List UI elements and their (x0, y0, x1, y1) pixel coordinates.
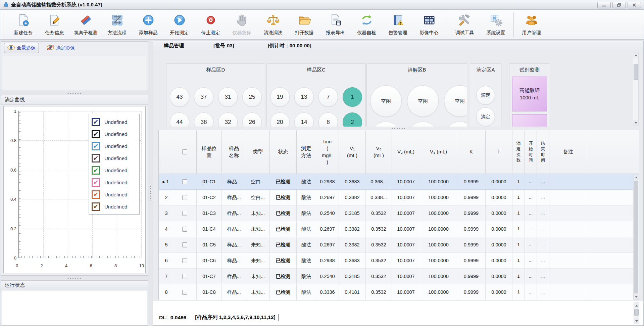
legend-item[interactable]: ✔ Undefined (92, 116, 137, 128)
toolbar-button-stop-measure[interactable]: 停止测定 (195, 11, 226, 38)
scroll-up-button[interactable] (633, 52, 638, 58)
toolbar-button-alarm-manage[interactable]: 告警管理 (382, 11, 413, 38)
row-checkbox[interactable] (182, 258, 187, 263)
toolbar-button-clean-rinse[interactable]: 清洗润洗 (257, 11, 289, 38)
scroll-thumb[interactable] (634, 309, 639, 316)
table-scrollbar[interactable] (633, 174, 639, 300)
toolbar-button-self-check[interactable]: 仪器自检 (351, 11, 382, 38)
digestion-slot[interactable]: 空闲 (444, 85, 467, 117)
header-v0[interactable]: V₀ (mL) (366, 130, 392, 174)
titration-slot[interactable]: 滴定 (476, 107, 495, 126)
table-row[interactable]: 5 01-C5 样品... 未知... 已检测 酸法 0.2697 0.3382… (159, 237, 639, 253)
scroll-up-button[interactable] (634, 303, 639, 308)
sample-slot[interactable]: 7 (318, 87, 338, 107)
row-checkbox[interactable] (182, 227, 187, 232)
header-sample-position[interactable]: 样品位 置 (197, 130, 222, 174)
sample-slot[interactable]: 14 (294, 112, 314, 127)
scroll-down-button[interactable] (633, 120, 638, 126)
sample-slot[interactable]: 8 (318, 112, 338, 127)
legend-checkbox-icon[interactable]: ✔ (92, 130, 100, 138)
header-imn[interactable]: Imn ( mg/L ) (316, 130, 339, 174)
sample-slot[interactable]: 43 (170, 87, 189, 107)
row-checkbox[interactable] (182, 290, 187, 295)
minimize-button[interactable] (597, 2, 611, 8)
sample-slot[interactable]: 20 (270, 112, 290, 127)
legend-item[interactable]: ✔ Undefined (92, 200, 137, 213)
reagent-box[interactable]: 高锰酸钾 1000 mL (512, 77, 547, 111)
close-button[interactable] (628, 2, 641, 8)
sample-slot[interactable]: 32 (218, 112, 238, 127)
scroll-down-button[interactable] (634, 294, 639, 299)
sample-slot[interactable]: 31 (218, 87, 238, 107)
restore-button[interactable] (612, 2, 626, 8)
scroll-up-button[interactable] (634, 175, 639, 180)
reagent-box[interactable] (512, 114, 547, 127)
horizontal-splitter[interactable] (1, 276, 148, 280)
toolbar-button-user-manage[interactable]: 用户管理 (516, 11, 547, 38)
table-row[interactable]: 8 01-C8 样品... 未知... 已检测 酸法 0.3336 0.4181… (159, 284, 639, 300)
horizontal-splitter[interactable] (153, 127, 643, 130)
toolbar-button-chloride-test[interactable]: 氯离子检测 (70, 11, 101, 38)
row-checkbox[interactable] (182, 195, 187, 200)
zones-scrollbar[interactable] (633, 52, 639, 126)
sample-slot[interactable]: 44 (170, 112, 189, 127)
toolbar-button-open-data[interactable]: 打开数据 (289, 11, 320, 38)
horizontal-splitter[interactable] (1, 91, 148, 95)
header-titration-count[interactable]: 滴定次数 (512, 130, 525, 174)
legend-checkbox-icon[interactable]: ✔ (92, 118, 100, 126)
toolbar-button-report-export[interactable]: 报表导出 (320, 11, 351, 38)
row-checkbox[interactable] (182, 179, 187, 184)
legend-checkbox-icon[interactable]: ✔ (92, 178, 100, 187)
legend-checkbox-icon[interactable]: ✔ (92, 190, 100, 199)
legend-item[interactable]: ✔ Undefined (92, 188, 137, 200)
header-v2[interactable]: V₂ (mL) (392, 130, 420, 174)
toolbar-button-debug-tools[interactable]: 调试工具 (449, 11, 480, 38)
select-all-checkbox[interactable] (182, 149, 187, 154)
toolbar-button-add-sample[interactable]: 添加样品 (133, 11, 164, 38)
sample-slot[interactable]: 37 (194, 87, 213, 107)
row-checkbox[interactable] (182, 274, 187, 279)
header-v3[interactable]: V₃ (mL) (420, 130, 457, 174)
sample-slot[interactable]: 1 (343, 87, 362, 107)
legend-item[interactable]: ✔ Undefined (92, 176, 137, 188)
toolbar-button-task-info[interactable]: 氯离子检测 任务信息 (39, 11, 70, 38)
header-k[interactable]: K (457, 130, 486, 174)
sample-slot[interactable]: 13 (294, 87, 314, 107)
header-f[interactable]: f (486, 130, 512, 174)
vertical-splitter[interactable] (148, 41, 153, 326)
header-remark[interactable]: 备注 (549, 130, 587, 174)
titration-slot[interactable]: 滴定 (476, 86, 495, 105)
legend-checkbox-icon[interactable]: ✔ (92, 166, 100, 175)
table-row[interactable]: 4 01-C4 样品... 未知... 已检测 酸法 0.2697 0.3382… (159, 221, 639, 237)
row-checkbox[interactable] (182, 242, 187, 247)
scroll-thumb[interactable] (634, 64, 638, 80)
digestion-slot[interactable]: 空闲 (407, 85, 439, 117)
header-v1[interactable]: V₁ (mL) (339, 130, 366, 174)
row-checkbox[interactable] (182, 211, 187, 216)
table-row[interactable]: 3 01-C3 样品... 未知... 已检测 酸法 0.2540 0.3185… (159, 205, 639, 221)
digestion-slot[interactable]: 空闲 (370, 85, 402, 117)
sample-slot[interactable]: 2 (343, 112, 362, 127)
table-row[interactable]: ▶1 01-C1 样品... 空白... 已检测 酸法 0.2938 0.368… (159, 174, 639, 190)
header-status[interactable]: 状态 (270, 130, 297, 174)
table-row[interactable]: 6 01-C6 样品... 未知... 已检测 酸法 0.2938 0.3683… (159, 253, 639, 269)
scroll-thumb[interactable] (634, 181, 638, 293)
table-row[interactable]: 2 01-C2 样品... 空白... 已检测 酸法 0.2697 0.3382… (159, 190, 639, 205)
sample-slot[interactable]: 38 (194, 112, 213, 127)
bottom-scrollbar[interactable] (634, 302, 639, 324)
header-end-time[interactable]: 结束时间 (537, 130, 549, 174)
header-sample-name[interactable]: 样品 名称 (222, 130, 246, 174)
toolbar-button-new-task[interactable]: 新建任务 (8, 11, 39, 38)
header-method[interactable]: 测定 方法 (297, 130, 316, 174)
legend-checkbox-icon[interactable]: ✔ (92, 202, 100, 211)
legend-item[interactable]: ✔ Undefined (92, 128, 137, 140)
toolbar-button-system-settings[interactable]: 系统设置 (480, 11, 511, 38)
legend-item[interactable]: ✔ Undefined (92, 152, 137, 164)
legend-item[interactable]: ✔ Undefined (92, 140, 137, 152)
legend-item[interactable]: ✔ Undefined (92, 164, 137, 176)
header-type[interactable]: 类型 (246, 130, 270, 174)
scroll-down-button[interactable] (634, 318, 639, 324)
tab-titration-image[interactable]: 滴定影像 (44, 43, 78, 53)
legend-checkbox-icon[interactable]: ✔ (92, 142, 100, 150)
table-row[interactable]: 7 01-C7 样品... 未知... 已检测 酸法 0.2540 0.3185… (159, 269, 639, 284)
